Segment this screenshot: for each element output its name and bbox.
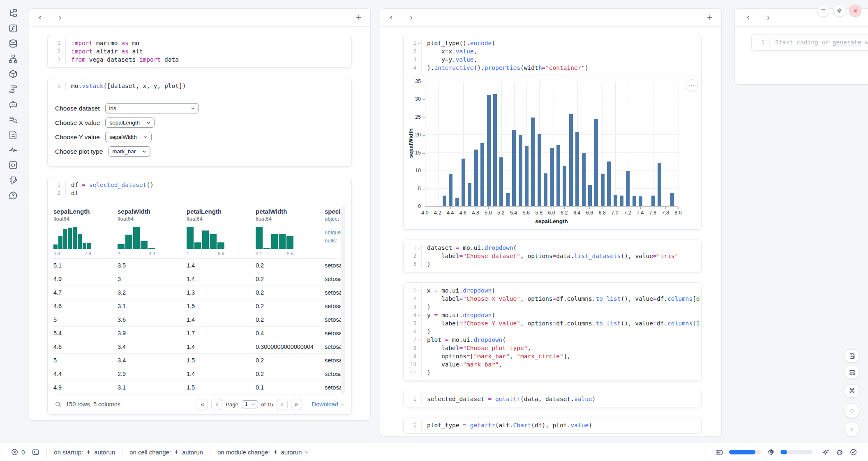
add-cell-button[interactable] bbox=[705, 13, 715, 23]
next-page-icon[interactable]: › bbox=[277, 399, 288, 410]
chart-plot-area[interactable] bbox=[425, 82, 678, 207]
page-select[interactable]: 1 bbox=[242, 400, 258, 408]
menu-button[interactable] bbox=[817, 5, 829, 17]
cell-selected-dataset[interactable]: 1selected_dataset = getattr(data, datase… bbox=[403, 391, 702, 407]
code-line-text[interactable]: x=x.value, bbox=[422, 47, 477, 55]
code-line-text[interactable]: x = mo.ui.dropdown( bbox=[422, 286, 495, 295]
code-line-text[interactable]: ) bbox=[422, 369, 431, 377]
table-row[interactable]: 53.41.50.2setosa bbox=[53, 354, 345, 367]
code-line-text[interactable]: options=["mark_bar", "mark_circle"], bbox=[422, 352, 570, 360]
table-row[interactable]: 4.93.11.50.1setosa bbox=[53, 381, 345, 394]
save-button[interactable] bbox=[845, 349, 859, 362]
close-button[interactable] bbox=[849, 5, 861, 17]
dataframe-table[interactable]: sepalLengthfloat644.37.9sepalWidthfloat6… bbox=[53, 204, 345, 394]
code-editor[interactable]: 1selected_dataset = getattr(data, datase… bbox=[404, 391, 701, 407]
sidebar-item-ai-chat[interactable] bbox=[8, 99, 18, 109]
sidebar-item-help[interactable] bbox=[8, 191, 18, 201]
last-page-icon[interactable]: » bbox=[291, 399, 302, 410]
code-editor[interactable]: 1mo.vstack([dataset, x, y, plot]) bbox=[48, 78, 351, 94]
on-startup-setting[interactable]: on startup: autorun bbox=[54, 449, 115, 456]
on-module-change-setting[interactable]: on module change: autorun bbox=[217, 449, 309, 456]
table-row[interactable]: 5.13.51.40.2setosa bbox=[53, 259, 345, 272]
column-prev-button[interactable] bbox=[744, 13, 753, 22]
sidebar-item-documentation[interactable] bbox=[8, 130, 18, 140]
terminal-button[interactable] bbox=[32, 448, 39, 456]
fold-toggle[interactable] bbox=[416, 41, 421, 46]
code-line-text[interactable]: dataset = mo.ui.dropdown( bbox=[422, 244, 517, 252]
code-line-text[interactable]: df bbox=[66, 189, 78, 197]
table-row[interactable]: 5.43.91.70.4setosa bbox=[53, 327, 345, 340]
table-row[interactable]: 4.63.41.40.3000000000000004setosa bbox=[53, 340, 345, 354]
cell-vstack[interactable]: 1mo.vstack([dataset, x, y, plot]) Choose… bbox=[47, 78, 352, 167]
keyboard-shortcuts-button[interactable]: ⌘ bbox=[845, 384, 859, 397]
column-header-petalWidth[interactable]: petalWidthfloat640.12.5 bbox=[256, 208, 325, 258]
table-row[interactable]: 4.931.40.2setosa bbox=[53, 272, 345, 286]
code-line-text[interactable]: import altair as alt bbox=[66, 47, 143, 55]
first-page-icon[interactable]: « bbox=[197, 399, 208, 410]
column-header-petalLength[interactable]: petalLengthfloat6416.9 bbox=[187, 208, 256, 258]
code-line-text[interactable]: plot = mo.ui.dropdown( bbox=[422, 336, 506, 344]
code-line-text[interactable]: label="Choose dataset", options=data.lis… bbox=[422, 252, 678, 260]
stop-button[interactable] bbox=[844, 403, 859, 418]
sidebar-item-datasources[interactable] bbox=[8, 39, 18, 48]
table-row[interactable]: 4.73.21.30.2setosa bbox=[53, 286, 345, 300]
cell-empty[interactable]: 1 Start coding or generate with bbox=[751, 34, 868, 51]
editor-placeholder[interactable]: Start coding or generate with bbox=[770, 38, 868, 46]
generate-link[interactable]: generate bbox=[833, 39, 861, 46]
code-editor[interactable]: 1dataset = mo.ui.dropdown(2 label="Choos… bbox=[404, 240, 701, 272]
code-line-text[interactable]: label="Choose plot type", bbox=[422, 344, 531, 352]
code-line-text[interactable]: from vega_datasets import data bbox=[66, 55, 179, 64]
code-editor[interactable]: 1import marimo as mo2import altair as al… bbox=[48, 35, 351, 67]
chart-menu-button[interactable]: ⋯ bbox=[686, 79, 698, 92]
table-row[interactable]: 4.63.11.50.2setosa bbox=[53, 300, 345, 313]
fold-toggle[interactable] bbox=[416, 313, 421, 318]
settings-button[interactable] bbox=[833, 5, 845, 17]
code-line-text[interactable]: label="Choose Y value", options=df.colum… bbox=[422, 319, 702, 327]
feedback-bot-button[interactable] bbox=[836, 448, 844, 456]
code-line-text[interactable]: selected_dataset = getattr(data, dataset… bbox=[422, 395, 596, 403]
sidebar-item-snippets[interactable] bbox=[8, 160, 18, 170]
dropdown-choose-y-value[interactable]: sepalWidth bbox=[105, 132, 152, 142]
sidebar-item-logs[interactable] bbox=[8, 115, 18, 124]
column-header-sepalLength[interactable]: sepalLengthfloat644.37.9 bbox=[53, 208, 118, 258]
code-line-text[interactable]: y=y.value, bbox=[422, 55, 477, 64]
code-line-text[interactable]: value="mark_bar", bbox=[422, 360, 502, 369]
column-prev-button[interactable] bbox=[387, 13, 396, 22]
column-next-button[interactable] bbox=[55, 13, 65, 22]
add-cell-button[interactable] bbox=[354, 13, 364, 23]
layout-button[interactable] bbox=[845, 366, 859, 379]
code-line-text[interactable]: ) bbox=[422, 327, 431, 336]
prev-page-icon[interactable]: ‹ bbox=[211, 399, 222, 410]
table-scrollbar[interactable] bbox=[341, 205, 345, 394]
code-line-text[interactable]: y = mo.ui.dropdown( bbox=[422, 311, 495, 319]
run-button[interactable] bbox=[844, 422, 859, 437]
code-line-text[interactable]: label="Choose X value", options=df.colum… bbox=[422, 295, 702, 303]
on-cell-change-setting[interactable]: on cell change: autorun bbox=[129, 449, 203, 456]
cell-xy-plot-dropdowns[interactable]: 1x = mo.ui.dropdown(2 label="Choose X va… bbox=[403, 282, 702, 381]
dropdown-choose-dataset[interactable]: iris bbox=[105, 103, 199, 113]
cell-plot-type[interactable]: 1plot_type = getattr(alt.Chart(df), plot… bbox=[403, 417, 702, 433]
code-line-text[interactable]: ).interactive().properties(width="contai… bbox=[422, 64, 589, 72]
sidebar-item-tracing[interactable] bbox=[8, 145, 18, 155]
code-editor[interactable]: 1plot_type = getattr(alt.Chart(df), plot… bbox=[404, 417, 701, 433]
code-editor[interactable]: 1plot_type().encode(2 x=x.value,3 y=y.va… bbox=[404, 35, 701, 76]
fold-toggle[interactable] bbox=[416, 288, 421, 293]
search-icon[interactable] bbox=[55, 401, 62, 408]
cell-dataset-dropdown[interactable]: 1dataset = mo.ui.dropdown(2 label="Choos… bbox=[403, 240, 702, 272]
download-button[interactable]: Download bbox=[312, 401, 345, 408]
code-line-text[interactable]: ) bbox=[422, 260, 431, 268]
cell-imports[interactable]: 1import marimo as mo2import altair as al… bbox=[47, 35, 352, 68]
code-line-text[interactable]: df = selected_dataset() bbox=[66, 181, 154, 189]
sidebar-item-file-explorer[interactable] bbox=[8, 8, 18, 18]
connection-status-button[interactable] bbox=[850, 448, 857, 456]
dropdown-choose-plot-type[interactable]: mark_bar bbox=[108, 146, 150, 157]
fold-toggle[interactable] bbox=[416, 337, 421, 342]
code-line-text[interactable]: plot_type().encode( bbox=[422, 39, 495, 47]
error-counter[interactable]: 0 bbox=[11, 448, 25, 456]
column-header-sepalWidth[interactable]: sepalWidthfloat6424.4 bbox=[118, 208, 187, 258]
sidebar-item-variables[interactable] bbox=[8, 23, 18, 33]
code-line-text[interactable]: import marimo as mo bbox=[66, 39, 139, 47]
code-line-text[interactable]: plot_type = getattr(alt.Chart(df), plot.… bbox=[422, 421, 592, 429]
code-line-text[interactable]: mo.vstack([dataset, x, y, plot]) bbox=[66, 82, 186, 90]
code-editor[interactable]: 1x = mo.ui.dropdown(2 label="Choose X va… bbox=[404, 283, 701, 380]
